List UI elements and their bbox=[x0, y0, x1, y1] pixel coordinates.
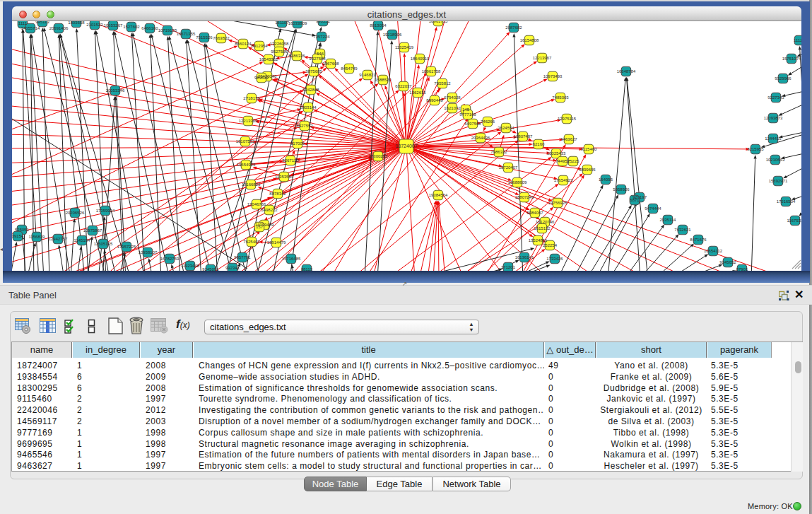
svg-text:19166829: 19166829 bbox=[242, 182, 261, 187]
svg-text:15716485: 15716485 bbox=[282, 257, 301, 261]
svg-text:7986322: 7986322 bbox=[490, 150, 507, 154]
svg-text:15751074: 15751074 bbox=[782, 57, 801, 61]
svg-text:10210643: 10210643 bbox=[766, 158, 785, 162]
svg-text:989612: 989612 bbox=[254, 76, 269, 80]
svg-text:16033809: 16033809 bbox=[288, 21, 307, 25]
svg-text:6322037: 6322037 bbox=[395, 84, 412, 88]
svg-text:8660124: 8660124 bbox=[235, 42, 252, 46]
svg-text:16914479: 16914479 bbox=[267, 240, 286, 245]
svg-text:6794028: 6794028 bbox=[444, 95, 461, 100]
svg-text:995113: 995113 bbox=[35, 21, 49, 24]
svg-text:9857791: 9857791 bbox=[234, 255, 251, 259]
svg-text:19756928: 19756928 bbox=[548, 201, 567, 205]
svg-text:25300295: 25300295 bbox=[369, 154, 388, 158]
svg-text:18640910: 18640910 bbox=[411, 57, 430, 61]
svg-text:9463627: 9463627 bbox=[560, 137, 577, 141]
svg-text:2935114: 2935114 bbox=[660, 218, 677, 222]
svg-text:11353594: 11353594 bbox=[275, 175, 294, 179]
svg-text:10961758: 10961758 bbox=[422, 69, 441, 74]
svg-text:1362615: 1362615 bbox=[409, 90, 426, 95]
svg-text:1156819: 1156819 bbox=[29, 235, 46, 239]
svg-text:10973493: 10973493 bbox=[543, 74, 563, 78]
svg-text:9115460: 9115460 bbox=[581, 147, 598, 151]
svg-text:11325419: 11325419 bbox=[395, 45, 414, 49]
svg-text:7632621: 7632621 bbox=[674, 228, 691, 232]
svg-text:8427552: 8427552 bbox=[296, 124, 313, 128]
svg-text:157: 157 bbox=[256, 225, 264, 229]
svg-text:1803558: 1803558 bbox=[68, 21, 85, 25]
svg-text:20691406: 20691406 bbox=[49, 26, 69, 30]
svg-text:10719155: 10719155 bbox=[158, 28, 177, 33]
svg-text:17046766: 17046766 bbox=[247, 202, 266, 206]
svg-text:917006: 917006 bbox=[290, 141, 305, 146]
svg-text:1621072: 1621072 bbox=[444, 106, 461, 110]
svg-text:7663822: 7663822 bbox=[213, 36, 230, 40]
svg-text:252254: 252254 bbox=[543, 243, 558, 247]
svg-text:5498222: 5498222 bbox=[261, 208, 278, 212]
svg-text:11124: 11124 bbox=[794, 38, 801, 42]
svg-text:2967608: 2967608 bbox=[322, 62, 339, 66]
svg-text:1167531: 1167531 bbox=[787, 218, 801, 223]
svg-text:12942757: 12942757 bbox=[49, 237, 68, 241]
svg-text:17957225: 17957225 bbox=[117, 245, 136, 249]
svg-text:8990448: 8990448 bbox=[426, 98, 443, 103]
svg-text:8471676: 8471676 bbox=[690, 238, 707, 242]
svg-text:9527506: 9527506 bbox=[271, 49, 288, 54]
svg-text:20053346: 20053346 bbox=[106, 88, 125, 93]
svg-text:7955812: 7955812 bbox=[434, 81, 451, 86]
svg-text:1111: 1111 bbox=[18, 21, 28, 25]
svg-text:1527602: 1527602 bbox=[123, 25, 140, 29]
svg-text:8215955: 8215955 bbox=[747, 147, 764, 151]
svg-text:10653267: 10653267 bbox=[104, 23, 123, 28]
svg-text:746266: 746266 bbox=[481, 119, 495, 124]
svg-text:16671355: 16671355 bbox=[177, 32, 196, 36]
svg-text:9245091: 9245091 bbox=[202, 267, 219, 271]
svg-text:12505135: 12505135 bbox=[94, 242, 113, 246]
svg-text:161107: 161107 bbox=[275, 21, 289, 25]
svg-text:5958926: 5958926 bbox=[613, 187, 630, 192]
svg-text:39154: 39154 bbox=[12, 234, 24, 238]
svg-text:20364436: 20364436 bbox=[471, 136, 490, 140]
svg-text:16136141: 16136141 bbox=[515, 255, 534, 259]
svg-text:1145194: 1145194 bbox=[74, 238, 91, 243]
svg-text:19384554: 19384554 bbox=[429, 193, 448, 197]
svg-text:10654112: 10654112 bbox=[704, 249, 723, 253]
svg-text:9474444: 9474444 bbox=[645, 206, 661, 211]
svg-text:9146821: 9146821 bbox=[359, 73, 376, 77]
svg-text:164095: 164095 bbox=[599, 177, 613, 182]
svg-text:12093873: 12093873 bbox=[764, 116, 783, 120]
svg-text:9227343: 9227343 bbox=[767, 95, 784, 100]
svg-text:2803144: 2803144 bbox=[300, 105, 317, 110]
svg-text:6899695: 6899695 bbox=[579, 168, 596, 172]
svg-text:1733426: 1733426 bbox=[546, 257, 563, 261]
svg-text:16648784: 16648784 bbox=[617, 69, 636, 74]
svg-text:19218906: 19218906 bbox=[383, 33, 402, 37]
svg-text:7485003: 7485003 bbox=[552, 95, 569, 100]
svg-text:2101522: 2101522 bbox=[86, 23, 103, 27]
svg-text:7357224: 7357224 bbox=[313, 35, 330, 39]
svg-text:535051: 535051 bbox=[15, 228, 30, 232]
svg-text:9084067: 9084067 bbox=[526, 211, 543, 215]
svg-text:16120746: 16120746 bbox=[536, 220, 555, 224]
svg-text:145: 145 bbox=[462, 107, 470, 112]
svg-text:18807249: 18807249 bbox=[515, 195, 534, 199]
svg-text:3875685: 3875685 bbox=[305, 69, 322, 74]
svg-text:10975867: 10975867 bbox=[83, 228, 102, 233]
svg-text:18724007: 18724007 bbox=[395, 144, 417, 148]
svg-text:13226058: 13226058 bbox=[270, 42, 289, 46]
svg-text:7625402: 7625402 bbox=[243, 240, 260, 244]
svg-text:9242848: 9242848 bbox=[302, 88, 319, 92]
svg-text:87901: 87901 bbox=[736, 267, 748, 271]
svg-text:10807487: 10807487 bbox=[514, 134, 533, 139]
svg-text:7515526: 7515526 bbox=[196, 35, 213, 40]
svg-text:2087682: 2087682 bbox=[505, 25, 522, 30]
svg-text:6871: 6871 bbox=[630, 198, 640, 202]
svg-text:1244415: 1244415 bbox=[765, 136, 782, 141]
svg-text:3624554: 3624554 bbox=[498, 126, 514, 130]
svg-text:2718176: 2718176 bbox=[243, 96, 260, 100]
svg-text:25225: 25225 bbox=[567, 159, 579, 163]
svg-text:6466160: 6466160 bbox=[141, 26, 158, 30]
svg-text:10958107: 10958107 bbox=[139, 250, 158, 255]
svg-text:9327508: 9327508 bbox=[309, 57, 326, 61]
svg-text:990552: 990552 bbox=[316, 21, 331, 23]
